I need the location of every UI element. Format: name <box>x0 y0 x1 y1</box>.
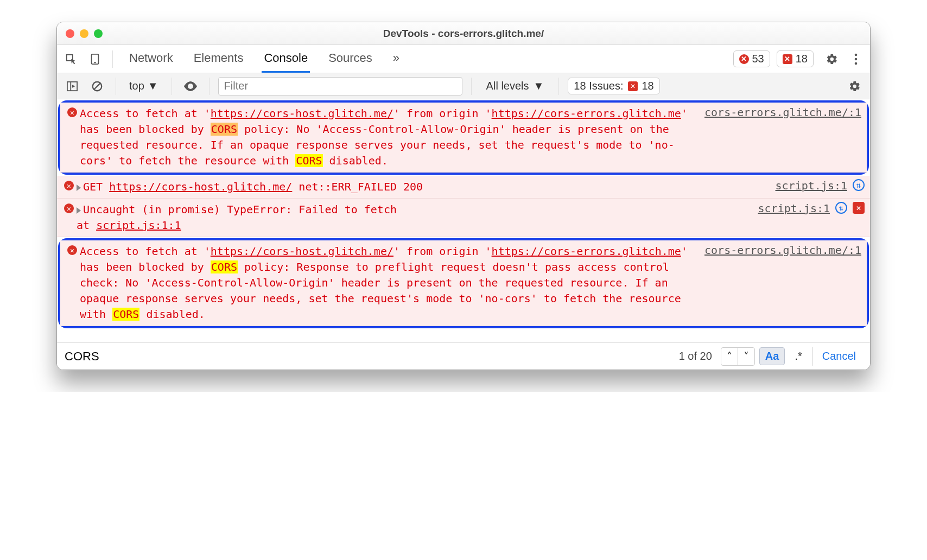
find-prev-button[interactable]: ˄ <box>721 348 738 365</box>
replay-xhr-icon[interactable]: ⇅ <box>835 202 847 214</box>
issues-count: 18 <box>796 53 808 65</box>
console-error-row[interactable]: ✕ Uncaught (in promise) TypeError: Faile… <box>57 199 870 237</box>
dropdown-triangle-icon: ▼ <box>534 80 544 92</box>
status-badges: ✕ 53 ✕ 18 <box>733 50 814 67</box>
console-toolbar: top ▼ All levels ▼ 18 Issues: ✕ 18 <box>57 73 870 99</box>
zoom-window-button[interactable] <box>94 29 103 38</box>
issue-square-icon: ✕ <box>783 54 792 64</box>
find-cancel-button[interactable]: Cancel <box>812 347 866 366</box>
kebab-menu-icon[interactable] <box>846 49 866 69</box>
levels-label: All levels <box>486 80 529 92</box>
issues-label: 18 Issues: <box>574 80 623 92</box>
url-link[interactable]: https://cors-host.glitch.me/ <box>211 107 393 120</box>
url-link[interactable]: https://cors-host.glitch.me/ <box>211 245 393 258</box>
error-circle-icon: ✕ <box>67 245 77 255</box>
find-count: 1 of 20 <box>675 350 716 362</box>
url-link[interactable]: https://cors-host.glitch.me/ <box>109 180 292 193</box>
issue-square-icon: ✕ <box>628 81 638 91</box>
close-window-button[interactable] <box>66 29 74 38</box>
stack-frame-link[interactable]: script.js:1:1 <box>96 219 181 232</box>
regex-toggle[interactable]: .* <box>789 348 807 365</box>
issues-summary[interactable]: 18 Issues: ✕ 18 <box>568 78 659 94</box>
error-circle-icon: ✕ <box>64 181 74 190</box>
tab-network[interactable]: Network <box>127 45 175 73</box>
search-match-current: CORS <box>211 123 238 136</box>
find-input[interactable] <box>61 347 670 366</box>
console-error-row[interactable]: ✕ Access to fetch at 'https://cors-host.… <box>60 240 867 326</box>
svg-marker-8 <box>72 85 75 87</box>
divider <box>209 78 209 95</box>
log-levels-selector[interactable]: All levels ▼ <box>480 78 550 94</box>
error-circle-icon: ✕ <box>67 107 77 117</box>
expand-triangle-icon[interactable] <box>77 184 81 191</box>
find-nav: ˄ ˅ <box>721 347 755 366</box>
show-console-sidebar-icon[interactable] <box>62 77 82 96</box>
match-case-toggle[interactable]: Aa <box>759 347 785 365</box>
live-expression-eye-icon[interactable] <box>181 77 200 96</box>
minimize-window-button[interactable] <box>80 29 88 38</box>
devtools-window: DevTools - cors-errors.glitch.me/ Networ… <box>56 22 871 370</box>
device-toggle-icon[interactable] <box>85 49 105 69</box>
context-selector[interactable]: top ▼ <box>125 79 163 93</box>
message-text: GET https://cors-host.glitch.me/ net::ER… <box>77 179 765 195</box>
tabs-overflow-button[interactable]: » <box>391 45 402 73</box>
svg-point-3 <box>855 53 858 56</box>
find-next-button[interactable]: ˅ <box>738 348 754 365</box>
titlebar: DevTools - cors-errors.glitch.me/ <box>57 22 870 45</box>
console-settings-gear-icon[interactable] <box>845 77 865 96</box>
tab-console[interactable]: Console <box>262 45 310 73</box>
errors-count: 53 <box>752 53 764 65</box>
tab-elements[interactable]: Elements <box>192 45 246 73</box>
url-link[interactable]: https://cors-errors.glitch.me <box>492 245 681 258</box>
panel-tabs: Network Elements Console Sources » <box>127 45 402 73</box>
error-circle-icon: ✕ <box>64 203 74 213</box>
issue-square-icon[interactable]: ✕ <box>853 202 865 214</box>
svg-line-10 <box>94 83 100 89</box>
inspect-element-icon[interactable] <box>61 49 81 69</box>
dropdown-triangle-icon: ▼ <box>148 80 158 92</box>
search-match: CORS <box>211 260 238 273</box>
settings-gear-icon[interactable] <box>822 49 842 69</box>
divider <box>112 50 113 68</box>
search-match: CORS <box>295 154 322 167</box>
divider <box>558 78 559 95</box>
console-error-row[interactable]: ✕ GET https://cors-host.glitch.me/ net::… <box>57 176 870 199</box>
window-controls <box>57 29 103 38</box>
issues-badge[interactable]: ✕ 18 <box>777 50 814 67</box>
svg-point-5 <box>855 62 858 65</box>
url-link[interactable]: https://cors-errors.glitch.me <box>492 107 681 120</box>
window-title: DevTools - cors-errors.glitch.me/ <box>57 28 870 40</box>
source-link[interactable]: cors-errors.glitch.me/:1 <box>698 106 861 119</box>
filter-input[interactable] <box>218 77 462 96</box>
error-circle-icon: ✕ <box>739 54 749 64</box>
highlighted-message-box: ✕ Access to fetch at 'https://cors-host.… <box>58 238 869 328</box>
errors-badge[interactable]: ✕ 53 <box>733 50 770 67</box>
console-error-row[interactable]: ✕ Access to fetch at 'https://cors-host.… <box>60 103 867 173</box>
issues-count: 18 <box>642 80 654 92</box>
blank-area <box>57 329 870 342</box>
source-link[interactable]: cors-errors.glitch.me/:1 <box>698 244 861 257</box>
tab-sources[interactable]: Sources <box>326 45 374 73</box>
find-bar: 1 of 20 ˄ ˅ Aa .* Cancel <box>57 342 870 370</box>
search-match: CORS <box>112 308 139 321</box>
svg-point-4 <box>855 58 858 60</box>
clear-console-icon[interactable] <box>87 77 107 96</box>
replay-xhr-icon[interactable]: ⇅ <box>853 179 865 191</box>
source-link[interactable]: script.js:1 <box>769 179 847 192</box>
console-messages: ✕ Access to fetch at 'https://cors-host.… <box>57 100 870 342</box>
expand-triangle-icon[interactable] <box>77 207 81 214</box>
message-text: Access to fetch at 'https://cors-host.gl… <box>80 244 698 322</box>
message-text: Uncaught (in promise) TypeError: Failed … <box>77 202 747 233</box>
divider <box>471 78 472 95</box>
divider <box>116 78 116 95</box>
highlighted-message-box: ✕ Access to fetch at 'https://cors-host.… <box>58 100 869 175</box>
main-tabbar: Network Elements Console Sources » ✕ 53 … <box>57 45 870 73</box>
message-text: Access to fetch at 'https://cors-host.gl… <box>80 106 698 169</box>
divider <box>172 78 172 95</box>
context-label: top <box>129 80 144 92</box>
source-link[interactable]: script.js:1 <box>752 202 830 215</box>
